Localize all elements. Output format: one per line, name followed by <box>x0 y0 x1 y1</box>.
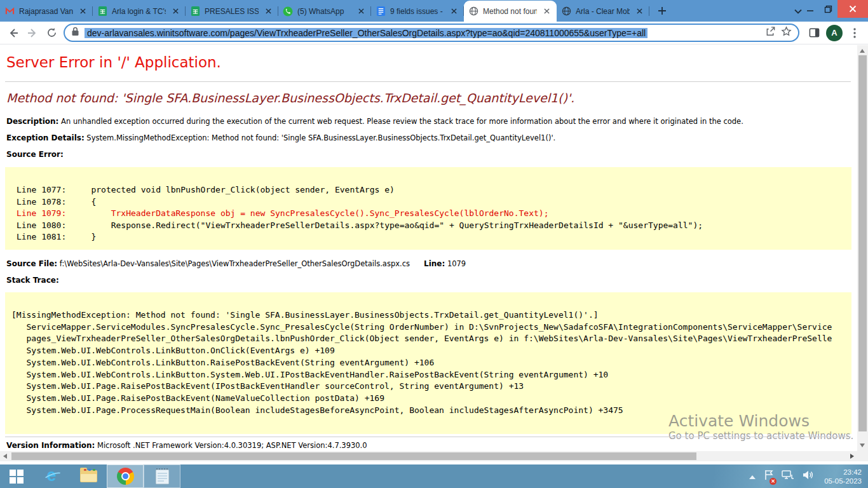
tab-title: Rajaprasad Vanne <box>19 7 73 16</box>
error-subtitle: Method not found: 'Single SFA.BusinessLa… <box>6 91 574 105</box>
exception-label: Exception Details: <box>6 133 85 142</box>
lock-icon[interactable] <box>71 27 79 39</box>
code-line: Line 1080: Response.Redirect("ViewTrxhea… <box>17 220 851 232</box>
chrome-icon <box>117 468 134 485</box>
taskbar-clock[interactable]: 23:42 05-05-2023 <box>822 468 862 485</box>
action-center-flag-icon[interactable]: ✕ <box>764 470 774 483</box>
network-icon[interactable] <box>782 470 794 483</box>
profile-avatar[interactable]: A <box>826 25 843 41</box>
page-title: Server Error in '/' Application. <box>6 54 221 71</box>
start-button[interactable] <box>0 464 33 488</box>
code-line-highlighted: Line 1079: TrxHeaderDataResponse obj = n… <box>17 208 851 220</box>
tab-title: Arla login & TC's - <box>112 7 166 16</box>
activate-windows-subtext: Go to PC settings to activate Windows. <box>668 430 853 442</box>
taskbar-file-explorer[interactable] <box>70 464 107 488</box>
new-tab-button[interactable] <box>653 2 671 20</box>
tab-close-icon[interactable] <box>449 6 459 17</box>
activate-windows-watermark: Activate Windows <box>668 412 810 430</box>
tab-close-icon[interactable] <box>356 6 367 17</box>
sheets-icon <box>190 6 200 17</box>
hidden-icons-chevron[interactable] <box>749 471 756 482</box>
folder-icon <box>80 470 97 482</box>
horizontal-scrollbar-thumb[interactable] <box>11 452 696 460</box>
taskbar-chrome[interactable] <box>107 464 144 488</box>
description-label: Description: <box>6 117 58 126</box>
tab-title: PRESALES ISSUES - <box>205 7 259 16</box>
url-selected-text[interactable]: dev-arlavansales.winitsoftware.com/pages… <box>85 28 648 38</box>
source-file-label: Source File: <box>6 259 57 268</box>
alert-badge: ✕ <box>770 478 776 485</box>
tab-docs[interactable]: 9 fields issues - Go <box>371 1 464 22</box>
stack-trace-label: Stack Trace: <box>6 276 59 285</box>
scroll-down-arrow[interactable] <box>860 444 865 447</box>
source-error-code-block: Line 1077: protected void lbnPushOrder_C… <box>5 167 851 250</box>
tab-gmail[interactable]: Rajaprasad Vanne <box>0 1 93 22</box>
source-file-line: Source File: f:\WebSites\Arla-Dev-Vansal… <box>6 259 466 268</box>
gmail-icon <box>4 6 15 17</box>
globe-icon <box>468 6 478 17</box>
tab-title: Arla - Clear Mobile <box>576 7 630 16</box>
back-button[interactable] <box>4 24 23 43</box>
version-text: Microsoft .NET Framework Version:4.0.303… <box>95 441 367 450</box>
stack-line: System.Web.UI.Page.RaisePostBackEvent(Na… <box>11 393 851 405</box>
divider <box>5 81 851 82</box>
horizontal-scrollbar[interactable] <box>0 451 857 461</box>
tab-method-not-found-active[interactable]: Method not found <box>464 1 557 22</box>
globe-icon <box>561 6 571 17</box>
description-line: Description: An unhandled exception occu… <box>6 117 743 126</box>
taskbar-notepad[interactable] <box>144 464 180 488</box>
code-line: Line 1077: protected void lbnPushOrder_C… <box>17 184 851 196</box>
forward-button[interactable] <box>23 24 42 43</box>
taskbar-internet-explorer[interactable]: e <box>33 464 70 488</box>
tab-arla-clear-mobile[interactable]: Arla - Clear Mobile <box>557 1 649 22</box>
exception-details-line: Exception Details: System.MissingMethodE… <box>6 133 555 142</box>
scroll-right-arrow[interactable] <box>850 454 854 459</box>
restore-button[interactable] <box>818 0 837 18</box>
internet-explorer-icon: e <box>46 468 56 485</box>
tab-close-icon[interactable] <box>78 6 88 17</box>
docs-icon <box>376 6 386 17</box>
tab-sheets-arla-login[interactable]: Arla login & TC's - <box>93 1 186 22</box>
exception-text: System.MissingMethodException: Method no… <box>85 133 556 142</box>
version-information-line: Version Information: Microsoft .NET Fram… <box>6 441 367 450</box>
tab-close-icon[interactable] <box>170 6 181 17</box>
scroll-up-arrow[interactable] <box>860 49 865 53</box>
menu-kebab-icon[interactable] <box>845 24 864 43</box>
side-panel-icon[interactable] <box>804 24 824 43</box>
version-label: Version Information: <box>6 441 95 450</box>
scroll-left-arrow[interactable] <box>3 454 7 459</box>
url-text[interactable]: dev-arlavansales.winitsoftware.com/pages… <box>85 28 760 38</box>
stack-line: System.Web.UI.WebControls.LinkButton.Sys… <box>11 369 851 381</box>
tab-title: 9 fields issues - Go <box>390 7 444 16</box>
description-text: An unhandled exception occurred during t… <box>58 117 743 126</box>
tab-close-icon[interactable] <box>541 6 552 17</box>
bookmark-star-icon[interactable] <box>781 26 792 39</box>
source-file-path: f:\WebSites\Arla-Dev-Vansales\Site\Pages… <box>57 259 410 268</box>
tab-whatsapp[interactable]: (5) WhatsApp <box>278 1 371 22</box>
share-icon[interactable] <box>765 26 776 39</box>
tab-bar: Rajaprasad Vanne Arla login & TC's - PRE… <box>0 0 868 22</box>
code-line: Line 1081: } <box>17 231 851 243</box>
scrollbar-corner <box>857 451 868 461</box>
divider <box>5 437 851 437</box>
browser-toolbar: dev-arlavansales.winitsoftware.com/pages… <box>0 22 868 44</box>
line-number: 1079 <box>445 259 466 268</box>
system-tray: ✕ 23:42 05-05-2023 <box>749 468 868 485</box>
tab-title: Method not found <box>483 7 537 16</box>
whatsapp-icon <box>283 6 293 17</box>
vertical-scrollbar-thumb[interactable] <box>858 55 867 431</box>
tab-close-icon[interactable] <box>634 6 645 17</box>
clock-time: 23:42 <box>843 468 862 477</box>
clock-date: 05-05-2023 <box>824 477 862 485</box>
address-bar[interactable]: dev-arlavansales.winitsoftware.com/pages… <box>64 24 799 42</box>
minimize-button[interactable] <box>801 0 820 18</box>
vertical-scrollbar[interactable] <box>857 45 868 451</box>
close-window-button[interactable] <box>837 0 868 18</box>
code-line: Line 1078: { <box>17 196 851 208</box>
tab-sheets-presales[interactable]: PRESALES ISSUES - <box>186 1 278 22</box>
volume-icon[interactable] <box>802 470 814 483</box>
error-page: Server Error in '/' Application. Method … <box>0 45 857 451</box>
tab-close-icon[interactable] <box>263 6 274 17</box>
reload-button[interactable] <box>42 24 61 43</box>
stack-line: pages_ViewTrxheaderPreSeller_OtherSalesO… <box>11 333 851 345</box>
